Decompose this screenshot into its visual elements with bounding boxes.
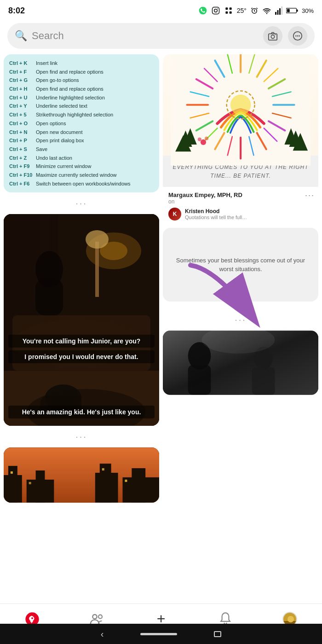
pin-grid: Ctrl + KInsert link Ctrl + FOpen find an… <box>0 54 322 503</box>
sunshine-author-sub: on <box>168 198 313 205</box>
svg-rect-92 <box>188 365 211 395</box>
shortcut-row: Ctrl + F6Switch between open workbooks/w… <box>9 180 154 188</box>
shortcut-row: Ctrl + ZUndo last action <box>9 154 154 162</box>
message-icon <box>293 31 303 41</box>
android-recents-button[interactable] <box>214 631 221 637</box>
svg-point-97 <box>92 615 97 619</box>
svg-point-0 <box>199 7 207 15</box>
svg-rect-51 <box>125 480 127 482</box>
right-column: EVERYTHING COMES TO YOU AT THE RIGHT TIM… <box>163 54 318 395</box>
android-back-button[interactable]: ‹ <box>101 629 104 639</box>
shortcut-row: Ctrl + OOpen options <box>9 119 154 128</box>
quote-card-wrapper: Sometimes your best blessings come out o… <box>163 228 318 327</box>
svg-rect-48 <box>11 471 13 474</box>
shortcut-row: Ctrl + F9Minimize current window <box>9 162 154 171</box>
svg-rect-12 <box>281 6 282 15</box>
message-button[interactable] <box>288 26 307 46</box>
shortcut-row: Ctrl + POpen print dialog box <box>9 136 154 145</box>
svg-point-79 <box>201 139 206 145</box>
quote-card-dots[interactable]: ··· <box>163 313 318 327</box>
camera-search-button[interactable] <box>263 26 282 46</box>
shortcut-row: Ctrl + KInsert link <box>9 59 154 68</box>
svg-point-78 <box>230 95 251 116</box>
city-card[interactable] <box>4 447 159 503</box>
shortcut-row: Ctrl + F10Maximize currently selected wi… <box>9 171 154 180</box>
sunshine-card[interactable]: EVERYTHING COMES TO YOU AT THE RIGHT TIM… <box>163 54 318 224</box>
search-actions <box>263 26 307 46</box>
status-bar: 8:02 25° 30% <box>0 0 322 19</box>
android-nav-bar: ‹ <box>0 624 322 644</box>
pinner-name: Kristen Hood <box>185 208 247 215</box>
svg-rect-6 <box>225 12 228 14</box>
temperature: 25° <box>237 7 247 14</box>
battery-icon <box>286 7 298 14</box>
svg-rect-1 <box>212 7 219 14</box>
svg-rect-31 <box>35 278 63 315</box>
svg-point-21 <box>297 35 299 37</box>
search-bar-area: 🔍 Search <box>0 19 322 54</box>
signal-icon <box>275 6 282 15</box>
sunshine-image <box>163 54 318 156</box>
svg-rect-5 <box>229 7 231 10</box>
sunshine-drawing <box>171 54 310 166</box>
svg-point-2 <box>214 9 217 12</box>
instagram-icon <box>211 6 220 15</box>
svg-rect-50 <box>102 468 104 470</box>
sunshine-card-more-button[interactable]: ··· <box>305 191 315 200</box>
shortcuts-list: Ctrl + KInsert link Ctrl + FOpen find an… <box>9 59 154 188</box>
svg-rect-10 <box>277 10 278 15</box>
svg-rect-4 <box>225 7 228 10</box>
svg-point-81 <box>205 137 208 140</box>
svg-rect-49 <box>29 482 31 484</box>
android-home-pill[interactable] <box>140 633 177 635</box>
svg-rect-15 <box>287 9 290 12</box>
slack-icon <box>224 6 233 15</box>
shortcut-row: Ctrl + SSave <box>9 145 154 154</box>
battery-percent: 30% <box>302 7 314 14</box>
whatsapp-icon <box>198 6 207 15</box>
svg-rect-47 <box>132 468 145 503</box>
search-bar[interactable]: 🔍 Search <box>7 23 315 49</box>
svg-rect-45 <box>100 464 111 503</box>
quote-card[interactable]: Sometimes your best blessings come out o… <box>163 228 318 302</box>
shortcuts-card-dots[interactable]: ··· <box>4 196 159 210</box>
shortcut-row: Ctrl + NOpen new document <box>9 128 154 137</box>
pinner-sub: Quotations will tell the full… <box>185 215 247 220</box>
shortcut-row: Ctrl + YUnderline selected text <box>9 102 154 110</box>
tv-show-image: You're not calling him Junior, are you? … <box>4 214 159 371</box>
status-time: 8:02 <box>8 6 25 16</box>
svg-point-3 <box>217 8 218 9</box>
tvshow-card-dots[interactable]: ··· <box>4 429 159 444</box>
pinner-avatar: K <box>168 208 181 220</box>
alarm-icon <box>250 6 259 15</box>
shortcut-row: Ctrl + GOpen go-to options <box>9 76 154 85</box>
svg-point-22 <box>299 35 300 37</box>
svg-point-98 <box>98 615 102 618</box>
status-icons: 25° 30% <box>198 6 314 15</box>
quote-text: Sometimes your best blessings come out o… <box>170 256 311 274</box>
search-placeholder-text: Search <box>32 30 263 42</box>
left-column: Ctrl + KInsert link Ctrl + FOpen find an… <box>4 54 159 503</box>
camera-icon <box>268 31 278 41</box>
keyboard-shortcuts-card: Ctrl + KInsert link Ctrl + FOpen find an… <box>4 54 159 192</box>
dialog-1: You're not calling him Junior, are you? <box>8 335 155 348</box>
svg-rect-11 <box>279 8 281 15</box>
city-svg <box>4 447 159 503</box>
svg-rect-14 <box>297 9 298 12</box>
bw-svg <box>163 331 318 395</box>
svg-point-80 <box>198 138 201 141</box>
svg-rect-7 <box>229 12 231 14</box>
svg-point-18 <box>275 34 276 35</box>
tv-show-card[interactable]: You're not calling him Junior, are you? … <box>4 214 159 426</box>
svg-point-33 <box>86 230 109 249</box>
svg-point-17 <box>271 35 274 38</box>
shortcut-row: Ctrl + HOpen find and replace options <box>9 85 154 93</box>
search-icon: 🔍 <box>15 30 27 42</box>
svg-rect-43 <box>36 470 45 503</box>
svg-rect-94 <box>252 367 275 395</box>
wifi-icon <box>262 6 271 15</box>
bw-card[interactable] <box>163 331 318 395</box>
shortcut-row: Ctrl + UUnderline highlighted selection <box>9 93 154 102</box>
dialog-2: I promised you I would never do that. <box>8 350 155 363</box>
svg-rect-32 <box>95 242 99 297</box>
